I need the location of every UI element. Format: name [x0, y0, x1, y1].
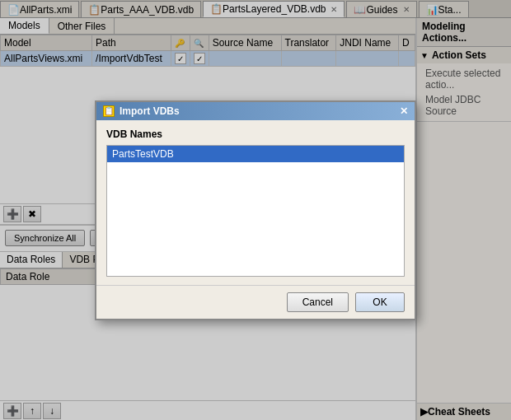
modal-overlay: 📋 Import VDBs ✕ VDB Names PartsTestVDB C… [0, 0, 511, 420]
vdb-list[interactable]: PartsTestVDB [106, 145, 405, 277]
dialog-title-left: 📋 Import VDBs [103, 105, 180, 117]
vdb-names-label: VDB Names [106, 128, 405, 140]
vdb-list-item[interactable]: PartsTestVDB [107, 146, 404, 162]
dialog-body: VDB Names PartsTestVDB [96, 120, 415, 285]
dialog-footer: Cancel OK [96, 285, 415, 319]
close-dialog-button[interactable]: ✕ [400, 105, 408, 117]
cancel-button[interactable]: Cancel [287, 292, 349, 312]
import-vdbs-dialog: 📋 Import VDBs ✕ VDB Names PartsTestVDB C… [95, 100, 416, 320]
dialog-icon: 📋 [103, 105, 115, 117]
ok-button[interactable]: OK [355, 292, 405, 312]
dialog-title-bar: 📋 Import VDBs ✕ [96, 102, 415, 120]
